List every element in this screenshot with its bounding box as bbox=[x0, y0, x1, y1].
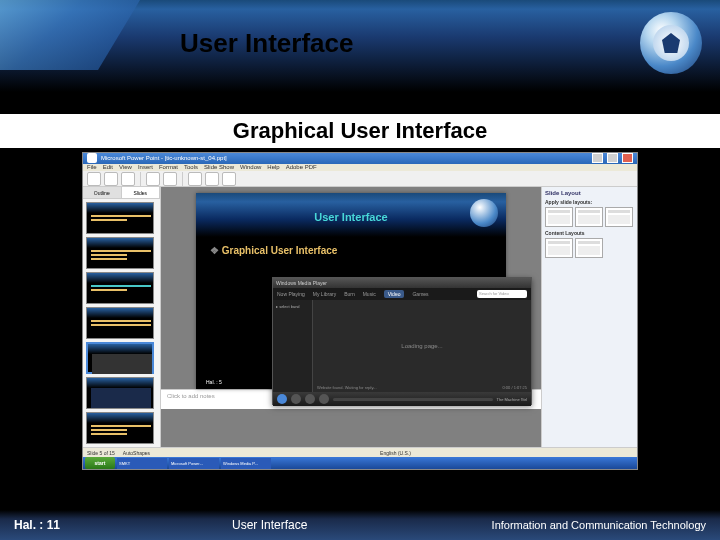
slide-thumbnail[interactable] bbox=[86, 202, 154, 234]
minimize-icon[interactable] bbox=[592, 153, 603, 163]
slide-thumbnail[interactable] bbox=[86, 377, 154, 409]
menu-item[interactable]: View bbox=[119, 164, 132, 170]
mp-tab[interactable]: My Library bbox=[313, 291, 336, 297]
mp-content: Loading page... Website found. Waiting f… bbox=[313, 300, 531, 392]
status-lang: English (U.S.) bbox=[380, 450, 411, 456]
task-pane-apply: Apply slide layouts: bbox=[545, 199, 634, 205]
tab-outline[interactable]: Outline bbox=[83, 187, 122, 198]
mp-status-text: Website found. Waiting for reply... bbox=[317, 385, 377, 390]
media-player-window: Windows Media Player Now Playing My Libr… bbox=[272, 277, 532, 405]
task-pane-title: Slide Layout bbox=[545, 190, 634, 196]
status-autoshapes: AutoShapes bbox=[123, 450, 150, 456]
prev-icon[interactable] bbox=[305, 394, 315, 404]
menu-item[interactable]: Adobe PDF bbox=[286, 164, 317, 170]
menu-item[interactable]: Edit bbox=[103, 164, 113, 170]
toolbar-button[interactable] bbox=[163, 172, 177, 186]
mp-track-title: The Machine Girl bbox=[497, 397, 527, 402]
footer-subject: Information and Communication Technology bbox=[492, 519, 706, 531]
mp-tab[interactable]: Burn bbox=[344, 291, 355, 297]
tab-slides[interactable]: Slides bbox=[122, 187, 161, 198]
slide-canvas[interactable]: User Interface Graphical User Interface … bbox=[196, 193, 506, 389]
menu-item[interactable]: Insert bbox=[138, 164, 153, 170]
toolbar bbox=[83, 171, 637, 187]
slide-thumbnail[interactable] bbox=[86, 237, 154, 269]
window-title: Microsoft Power Point - [tic-unknown-st_… bbox=[101, 155, 588, 161]
section-title: Graphical User Interface bbox=[0, 114, 720, 148]
menu-item[interactable]: File bbox=[87, 164, 97, 170]
menu-item[interactable]: Tools bbox=[184, 164, 198, 170]
mp-titlebar: Windows Media Player bbox=[273, 278, 531, 288]
menu-item[interactable]: Slide Show bbox=[204, 164, 234, 170]
mp-side-item[interactable]: ▸ select band bbox=[276, 303, 309, 310]
inner-slide-title: User Interface bbox=[196, 211, 506, 223]
slide-thumbnail[interactable] bbox=[86, 342, 154, 374]
status-slide: Slide 5 of 15 bbox=[87, 450, 115, 456]
toolbar-button[interactable] bbox=[87, 172, 101, 186]
slide-title: User Interface bbox=[180, 28, 353, 59]
toolbar-button[interactable] bbox=[146, 172, 160, 186]
toolbar-button[interactable] bbox=[222, 172, 236, 186]
menu-item[interactable]: Window bbox=[240, 164, 261, 170]
taskbar-item[interactable]: Microsoft Power... bbox=[169, 458, 219, 469]
slide-thumbnail[interactable] bbox=[86, 272, 154, 304]
mp-progress[interactable] bbox=[333, 398, 493, 401]
mp-sidebar: ▸ select band bbox=[273, 300, 313, 392]
logo-emblem bbox=[640, 12, 702, 74]
slide-editor: User Interface Graphical User Interface … bbox=[161, 187, 541, 447]
slides-panel: Outline Slides bbox=[83, 187, 161, 447]
header-band bbox=[0, 0, 720, 92]
toolbar-button[interactable] bbox=[121, 172, 135, 186]
layout-option[interactable] bbox=[545, 238, 573, 258]
status-bar: Slide 5 of 15 AutoShapes English (U.S.) bbox=[83, 447, 637, 457]
mp-time: 0:00 / 1:07:25 bbox=[503, 385, 527, 390]
layout-option[interactable] bbox=[575, 207, 603, 227]
inner-slide-page: Hal. : 5 bbox=[206, 379, 222, 385]
slide-thumbnail[interactable] bbox=[86, 307, 154, 339]
slide-thumbnail[interactable] bbox=[86, 412, 154, 444]
slide-footer: Hal. : 11 User Interface Information and… bbox=[0, 510, 720, 540]
embedded-screenshot: Microsoft Power Point - [tic-unknown-st_… bbox=[82, 152, 638, 470]
layout-option[interactable] bbox=[575, 238, 603, 258]
start-button[interactable]: start bbox=[85, 457, 115, 469]
taskbar-item[interactable]: SMKT bbox=[117, 458, 167, 469]
inner-slide-section: Graphical User Interface bbox=[210, 245, 337, 256]
menu-bar: File Edit View Insert Format Tools Slide… bbox=[83, 164, 637, 172]
task-pane: Slide Layout Apply slide layouts: Conten… bbox=[541, 187, 637, 447]
mp-tabs: Now Playing My Library Burn Music Video … bbox=[273, 288, 531, 300]
mp-search-input[interactable]: Search for Video bbox=[477, 290, 527, 298]
app-icon bbox=[87, 153, 97, 163]
footer-page: Hal. : 11 bbox=[14, 518, 60, 532]
mp-tab-active[interactable]: Video bbox=[384, 290, 405, 298]
mp-tab[interactable]: Now Playing bbox=[277, 291, 305, 297]
mp-controls: The Machine Girl bbox=[273, 392, 531, 406]
menu-item[interactable]: Help bbox=[267, 164, 279, 170]
next-icon[interactable] bbox=[319, 394, 329, 404]
play-icon[interactable] bbox=[277, 394, 287, 404]
close-icon[interactable] bbox=[622, 153, 633, 163]
mp-tab[interactable]: Games bbox=[412, 291, 428, 297]
layout-option[interactable] bbox=[605, 207, 633, 227]
maximize-icon[interactable] bbox=[607, 153, 618, 163]
layout-option[interactable] bbox=[545, 207, 573, 227]
stop-icon[interactable] bbox=[291, 394, 301, 404]
toolbar-button[interactable] bbox=[104, 172, 118, 186]
window-titlebar: Microsoft Power Point - [tic-unknown-st_… bbox=[83, 153, 637, 164]
taskbar-item[interactable]: Windows Media P... bbox=[221, 458, 271, 469]
mp-loading: Loading page... bbox=[401, 343, 442, 349]
toolbar-button[interactable] bbox=[205, 172, 219, 186]
menu-item[interactable]: Format bbox=[159, 164, 178, 170]
task-pane-content: Content Layouts bbox=[545, 230, 634, 236]
footer-title: User Interface bbox=[232, 518, 307, 532]
mp-tab[interactable]: Music bbox=[363, 291, 376, 297]
taskbar: start SMKT Microsoft Power... Windows Me… bbox=[83, 457, 637, 469]
toolbar-button[interactable] bbox=[188, 172, 202, 186]
